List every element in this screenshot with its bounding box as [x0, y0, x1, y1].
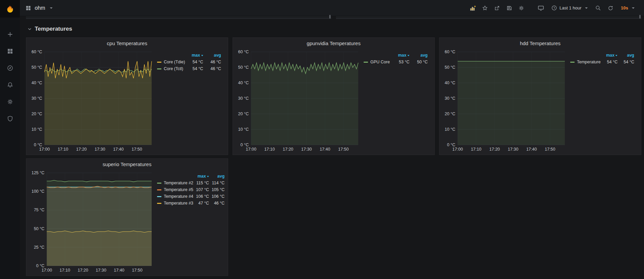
- grafana-logo[interactable]: [0, 0, 20, 18]
- svg-text:17:10: 17:10: [471, 147, 481, 152]
- svg-text:17:10: 17:10: [60, 268, 70, 273]
- dashboard-settings-button[interactable]: [516, 3, 526, 13]
- star-dashboard-button[interactable]: [480, 3, 490, 13]
- legend-sort-max[interactable]: max: [393, 52, 411, 59]
- svg-text:17:30: 17:30: [96, 268, 106, 273]
- time-series-graph[interactable]: 17:0017:1017:2017:3017:4017:500 °C10 °C2…: [28, 49, 154, 153]
- grafana-flame-icon: [5, 3, 16, 14]
- series-max-value: 107 °C: [195, 186, 210, 193]
- explore-compass-icon: [7, 65, 13, 71]
- time-series-graph[interactable]: 17:0017:1017:2017:3017:4017:500 °C10 °C2…: [235, 49, 360, 153]
- sidebar-item-dashboards[interactable]: [6, 47, 14, 55]
- series-color-swatch: [157, 196, 161, 197]
- legend-sort-avg[interactable]: avg: [411, 52, 429, 59]
- cycle-view-mode-button[interactable]: [536, 3, 546, 13]
- series-color-swatch: [570, 62, 575, 63]
- time-series-graph[interactable]: 17:0017:1017:2017:3017:4017:500 °C25 °C5…: [28, 169, 154, 274]
- row-toggle-temperatures[interactable]: Temperatures: [26, 24, 641, 34]
- series-name: Temperature: [577, 60, 601, 64]
- sort-caret-icon: [407, 55, 409, 56]
- svg-text:20 °C: 20 °C: [32, 112, 42, 116]
- legend-sort-max[interactable]: max: [195, 173, 210, 180]
- legend-row: GPU Core 53 °C 50 °C: [362, 59, 429, 65]
- panel-title[interactable]: gpunvidia Temperatures: [233, 38, 434, 49]
- configuration-gear-icon: [7, 98, 13, 105]
- series-max-value: 47 °C: [195, 200, 210, 207]
- legend-row: Core (Tdie) 54 °C 46 °C: [156, 59, 222, 65]
- legend-row: Temperature 54 °C 54 °C: [569, 59, 636, 65]
- dashboard-title-picker[interactable]: ohm: [25, 5, 53, 11]
- legend-series-toggle[interactable]: Temperature #2: [156, 180, 195, 186]
- panel-title[interactable]: hdd Temperatures: [439, 38, 641, 49]
- share-dashboard-button[interactable]: [492, 3, 502, 13]
- clipped-panels-above: [26, 16, 641, 19]
- series-avg-value: 105 °C: [210, 186, 226, 193]
- create-add-button[interactable]: [6, 30, 14, 38]
- sort-caret-icon: [207, 176, 209, 177]
- svg-text:17:10: 17:10: [58, 147, 68, 152]
- series-avg-value: 106 °C: [210, 193, 226, 200]
- legend-series-toggle[interactable]: Core (Tctl): [156, 65, 186, 72]
- panel-row-2: superio Temperatures 17:0017:1017:2017:3…: [26, 158, 641, 276]
- sidebar-item-configuration[interactable]: [6, 98, 14, 106]
- series-color-swatch: [157, 183, 161, 184]
- legend-sort-avg[interactable]: avg: [210, 173, 226, 180]
- series-max-value: 115 °C: [195, 180, 210, 186]
- dashboard-canvas: Temperatures cpu Temperatures 17:0017:10…: [20, 16, 644, 279]
- svg-text:60 °C: 60 °C: [32, 50, 42, 54]
- scrollbar-thumb[interactable]: [639, 15, 641, 19]
- panel-legend: max avg Temperature 54 °C 54 °C: [567, 49, 639, 155]
- time-range-picker[interactable]: Last 1 hour: [548, 3, 591, 13]
- series-avg-value: 46 °C: [205, 59, 222, 65]
- legend-sort-avg[interactable]: avg: [619, 52, 636, 59]
- series-color-swatch: [364, 62, 368, 63]
- svg-text:17:40: 17:40: [114, 268, 124, 273]
- svg-text:40 °C: 40 °C: [32, 81, 42, 85]
- legend-row: Temperature #4 106 °C 106 °C: [156, 193, 226, 200]
- save-dashboard-button[interactable]: [504, 3, 514, 13]
- svg-text:10 °C: 10 °C: [238, 127, 249, 132]
- magnifier-icon: [595, 5, 601, 11]
- save-icon: [506, 5, 512, 11]
- panel-gpunvidia-temperatures: gpunvidia Temperatures 17:0017:1017:2017…: [233, 37, 435, 155]
- legend-sort-max[interactable]: max: [186, 52, 204, 59]
- time-series-graph[interactable]: 17:0017:1017:2017:3017:4017:500 °C10 °C2…: [441, 49, 567, 153]
- svg-text:17:40: 17:40: [113, 147, 124, 152]
- legend-series-toggle[interactable]: GPU Core: [362, 59, 393, 65]
- dashboard-navbar: ohm Last 1 hour: [20, 0, 644, 16]
- panel-title[interactable]: superio Temperatures: [26, 159, 228, 169]
- legend-sort-avg[interactable]: avg: [205, 52, 222, 59]
- legend-series-toggle[interactable]: Temperature: [569, 59, 602, 65]
- series-max-value: 54 °C: [186, 59, 204, 65]
- legend-series-toggle[interactable]: Core (Tdie): [156, 59, 186, 65]
- svg-text:17:30: 17:30: [301, 147, 312, 152]
- svg-text:0 °C: 0 °C: [241, 143, 249, 147]
- share-icon: [494, 5, 500, 11]
- refresh-interval-value: 10s: [621, 5, 628, 10]
- star-icon: [482, 5, 488, 11]
- svg-text:17:50: 17:50: [131, 147, 142, 152]
- series-name: Core (Tctl): [164, 66, 183, 71]
- series-avg-value: 54 °C: [619, 59, 636, 65]
- sidebar-item-alerting[interactable]: [6, 81, 14, 89]
- panel-legend: max avg GPU Core 53 °C 50 °C: [360, 49, 432, 155]
- zoom-out-time-range-button[interactable]: [593, 3, 603, 13]
- dashboard-title: ohm: [35, 5, 45, 11]
- svg-text:50 °C: 50 °C: [34, 226, 44, 231]
- svg-text:0 °C: 0 °C: [447, 143, 455, 147]
- refresh-dashboard-button[interactable]: [605, 3, 615, 13]
- refresh-interval-picker[interactable]: 10s: [617, 3, 638, 13]
- legend-series-toggle[interactable]: Temperature #4: [156, 193, 195, 200]
- series-name: Core (Tdie): [164, 60, 185, 64]
- svg-text:30 °C: 30 °C: [238, 96, 249, 101]
- add-panel-button[interactable]: [468, 3, 478, 13]
- sidebar-item-server-admin[interactable]: [6, 115, 14, 123]
- scrollbar-thumb[interactable]: [329, 15, 331, 19]
- legend-row: Temperature #2 115 °C 114 °C: [156, 180, 226, 186]
- legend-sort-max[interactable]: max: [602, 52, 619, 59]
- panel-title[interactable]: cpu Temperatures: [26, 38, 228, 49]
- series-name: Temperature #3: [164, 201, 193, 206]
- legend-series-toggle[interactable]: Temperature #3: [156, 200, 195, 207]
- sidebar-item-explore[interactable]: [6, 64, 14, 72]
- legend-series-toggle[interactable]: Temperature #5: [156, 186, 195, 193]
